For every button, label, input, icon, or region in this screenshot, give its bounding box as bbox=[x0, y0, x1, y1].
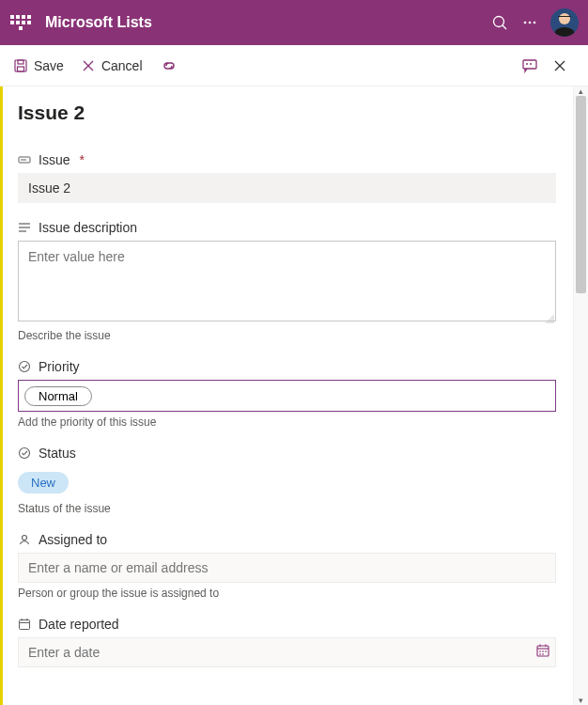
form-title: Issue 2 bbox=[18, 102, 556, 124]
status-input[interactable]: New bbox=[18, 466, 556, 498]
copy-link-icon[interactable] bbox=[160, 58, 178, 73]
multiline-icon bbox=[18, 221, 31, 234]
priority-helper: Add the priority of this issue bbox=[18, 415, 556, 429]
search-icon[interactable] bbox=[485, 8, 515, 38]
app-title: Microsoft Lists bbox=[45, 14, 152, 31]
scroll-down-icon[interactable]: ▾ bbox=[574, 696, 588, 705]
choice-icon bbox=[18, 360, 31, 373]
choice-icon bbox=[18, 446, 31, 460]
svg-line-1 bbox=[503, 25, 506, 29]
description-label: Issue description bbox=[39, 220, 137, 235]
field-issue: Issue* bbox=[18, 152, 556, 203]
user-avatar[interactable] bbox=[550, 8, 579, 37]
save-button[interactable]: Save bbox=[13, 58, 64, 73]
more-icon[interactable] bbox=[515, 8, 545, 38]
field-priority: Priority Normal Add the priority of this… bbox=[18, 359, 556, 429]
status-helper: Status of the issue bbox=[18, 502, 556, 515]
svg-point-2 bbox=[524, 22, 527, 24]
text-field-icon bbox=[18, 153, 31, 166]
date-reported-input[interactable] bbox=[18, 637, 556, 667]
svg-point-4 bbox=[534, 22, 536, 24]
priority-pill[interactable]: Normal bbox=[24, 386, 92, 406]
scrollbar-thumb[interactable] bbox=[576, 96, 586, 293]
issue-input[interactable] bbox=[18, 173, 556, 203]
required-indicator: * bbox=[79, 152, 84, 167]
svg-rect-23 bbox=[20, 620, 30, 630]
svg-point-21 bbox=[20, 448, 30, 459]
form-scroll-area: Issue 2 Issue* Issue description Describ… bbox=[0, 86, 588, 705]
description-helper: Describe the issue bbox=[18, 329, 556, 342]
svg-point-20 bbox=[20, 362, 30, 372]
svg-rect-7 bbox=[18, 67, 24, 71]
status-label: Status bbox=[39, 446, 76, 461]
priority-input[interactable]: Normal bbox=[18, 380, 556, 412]
assigned-input[interactable] bbox=[18, 553, 556, 583]
command-bar: Save Cancel bbox=[0, 45, 588, 86]
date-picker-icon[interactable] bbox=[535, 643, 550, 662]
assigned-label: Assigned to bbox=[39, 532, 107, 547]
svg-point-22 bbox=[23, 536, 27, 540]
resize-grip-icon[interactable] bbox=[545, 314, 554, 323]
save-label: Save bbox=[34, 58, 64, 73]
svg-rect-6 bbox=[18, 60, 23, 64]
cancel-button[interactable]: Cancel bbox=[81, 58, 143, 73]
scrollbar[interactable]: ▴ ▾ bbox=[573, 86, 588, 705]
app-launcher-icon[interactable] bbox=[9, 11, 32, 34]
description-input[interactable] bbox=[18, 241, 556, 321]
field-description: Issue description Describe the issue bbox=[18, 220, 556, 342]
comments-icon[interactable] bbox=[515, 51, 545, 81]
date-reported-label: Date reported bbox=[39, 617, 119, 632]
app-bar: Microsoft Lists bbox=[0, 0, 588, 45]
cancel-label: Cancel bbox=[101, 58, 143, 73]
priority-label: Priority bbox=[39, 359, 80, 374]
form: Issue 2 Issue* Issue description Describ… bbox=[0, 86, 573, 705]
scroll-up-icon[interactable]: ▴ bbox=[574, 86, 588, 96]
calendar-icon bbox=[18, 618, 31, 631]
svg-rect-5 bbox=[15, 60, 26, 71]
issue-label: Issue bbox=[39, 152, 70, 167]
field-date-reported: Date reported bbox=[18, 617, 556, 667]
person-icon bbox=[18, 533, 31, 546]
svg-point-3 bbox=[529, 22, 532, 24]
close-icon[interactable] bbox=[545, 51, 575, 81]
assigned-helper: Person or group the issue is assigned to bbox=[18, 587, 556, 600]
svg-point-0 bbox=[494, 17, 504, 27]
field-status: Status New Status of the issue bbox=[18, 446, 556, 515]
field-assigned: Assigned to Person or group the issue is… bbox=[18, 532, 556, 600]
status-pill[interactable]: New bbox=[18, 472, 69, 494]
